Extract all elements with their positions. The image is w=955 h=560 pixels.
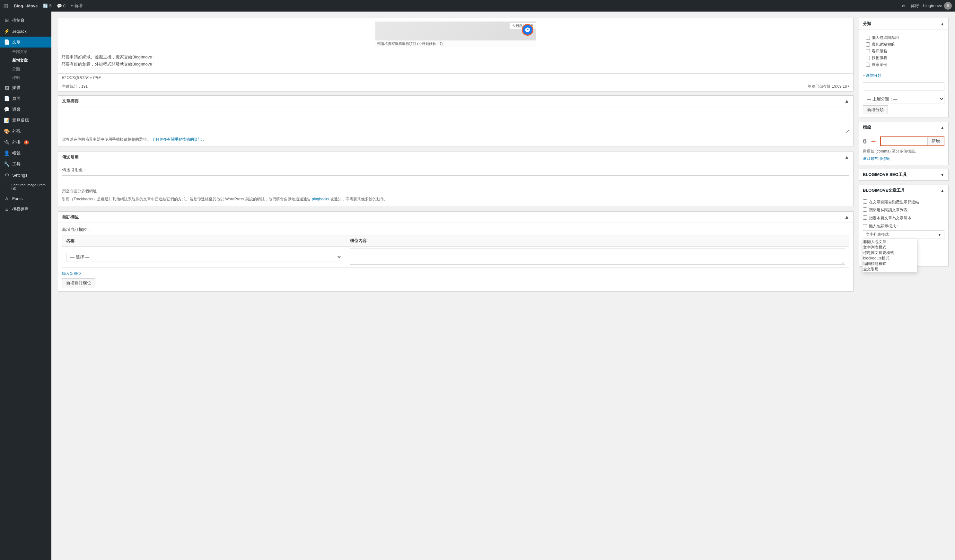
site-name[interactable]: Blog-i-Move xyxy=(14,3,38,8)
custom-fields-header[interactable]: 自訂欄位 ▲ xyxy=(58,211,853,223)
sidebar-item-featured-image[interactable]: Featured Image From URL xyxy=(0,180,52,193)
message-icon[interactable]: ✉ xyxy=(902,3,906,8)
submenu-new-post[interactable]: 新增文章 xyxy=(0,56,52,65)
sidebar-item-appearance[interactable]: 🎨 外觀 xyxy=(0,126,52,137)
trackback-info: 引用（Trackbacks）是種通知其他網誌系統你的文章中已連結它們的方式。若是… xyxy=(62,197,849,202)
dropdown-item-headingimg[interactable]: 標題圖文摘要模式 xyxy=(863,250,917,256)
post-preview-image: 今日熱門文章 部落格搬家服務服務項目 (今日剩餘數：7) xyxy=(376,22,536,47)
list-item: 在文章開頭自動產生章節連結 xyxy=(863,199,944,205)
cat-checkbox-tech[interactable] xyxy=(866,56,870,60)
dropdown-item-blockquote[interactable]: blockqoute模式 xyxy=(863,256,917,261)
dropdown-item-nolazy[interactable]: 非懶人包文章 xyxy=(863,239,917,245)
submenu-categories[interactable]: 分類 xyxy=(0,65,52,74)
excerpt-learn-more-link[interactable]: 了解更多有關手動摘錄的資訊 xyxy=(152,137,202,142)
cat-checkbox-lazy-advanced[interactable] xyxy=(866,36,870,40)
blogimove-seo-header[interactable]: BLOGIMOVE SEO工具 ▼ xyxy=(859,169,948,180)
trackback-url-input[interactable] xyxy=(62,175,849,184)
main-editor-column: 今日熱門文章 部落格搬家服務服務項目 (今日剩餘數：7) 只要申請好網域、虛擬主… xyxy=(58,18,853,297)
lazy-pack-dropdown-wrapper: 文字列表模式 ▼ 非懶人包文章 文字列表模式 標題圖文摘要模式 blockqou… xyxy=(863,230,944,239)
trackbacks-metabox-body: 傳送引用至： 用空白區分多個網址 引用（Trackbacks）是種通知其他網誌系… xyxy=(58,163,853,206)
tool-checkbox-template[interactable] xyxy=(863,216,867,220)
custom-field-value-input[interactable] xyxy=(350,249,845,264)
custom-fields-metabox: 自訂欄位 ▲ 新增自訂欄位： 名稱 欄位內容 xyxy=(58,211,853,292)
parent-category-select[interactable]: — 上層分類：— xyxy=(863,95,944,103)
trackbacks-toggle-icon[interactable]: ▲ xyxy=(844,155,849,160)
annotation-6-number: 6 xyxy=(863,137,867,145)
howdy-text: 你好，blogimove B xyxy=(911,2,952,9)
categories-list: 懶人包進階應用 優化網站領航 客戶服務 xyxy=(863,33,944,71)
submenu-all-posts[interactable]: 全部文章 xyxy=(0,47,52,56)
choose-common-tags-link[interactable]: 選取最常用標籤 xyxy=(863,156,944,161)
avatar: B xyxy=(944,2,952,9)
sidebar-item-fonts[interactable]: A Fonts xyxy=(0,193,52,204)
sidebar-item-tools[interactable]: 🔧 工具 xyxy=(0,159,52,169)
add-tag-button[interactable]: 新增 xyxy=(927,137,944,145)
chat-icon xyxy=(522,24,533,36)
admin-sidebar: ⊞ 控制台 ⚡ Jetpack 📄 文章 全部文章 新增文章 分類 標籤 🖼 媒… xyxy=(0,12,52,560)
categories-title: 分類 xyxy=(863,21,871,27)
custom-fields-toggle-icon[interactable]: ▲ xyxy=(844,214,849,220)
sidebar-item-plugins[interactable]: 🔌 外掛 4 xyxy=(0,137,52,148)
appearance-icon: 🎨 xyxy=(4,128,9,134)
add-category-link[interactable]: + 新增分類 xyxy=(863,73,944,78)
side-column: 分類 ▲ 懶人包進階應用 優化網站領航 xyxy=(859,18,949,297)
cat-checkbox-optimize[interactable] xyxy=(866,42,870,47)
comments-link[interactable]: 💬 0 xyxy=(57,3,66,8)
sendtrack-label: 傳送引用至： xyxy=(62,167,849,173)
custom-field-select[interactable]: — 選擇 — xyxy=(66,253,342,261)
tags-panel-header[interactable]: 標籤 ▲ xyxy=(859,122,948,133)
trackbacks-title: 傳送引用 xyxy=(62,155,79,160)
dropdown-item-thumb[interactable]: 縮圖標題模式 xyxy=(863,261,917,266)
tags-input[interactable]: blogimove簽名檔 xyxy=(881,137,927,145)
sidebar-item-jetpack[interactable]: ⚡ Jetpack xyxy=(0,26,52,37)
dropdown-item-textlist[interactable]: 文字列表模式 xyxy=(863,245,917,250)
add-category-button[interactable]: 新增分類 xyxy=(863,105,888,114)
trackbacks-metabox-header[interactable]: 傳送引用 ▲ xyxy=(58,152,853,163)
autosave-status: 草稿已儲存於 19:09:18 • xyxy=(808,84,849,89)
categories-panel: 分類 ▲ 懶人包進階應用 優化網站領航 xyxy=(859,18,949,118)
col-value-header: 欄位內容 xyxy=(346,235,849,247)
list-item: 指定本篇文章為文章範本 xyxy=(863,216,944,221)
plugins-icon: 🔌 xyxy=(4,139,9,145)
cat-checkbox-client[interactable] xyxy=(866,49,870,53)
blogimove-tools-toggle-icon[interactable]: ▲ xyxy=(940,188,944,193)
main-content: 今日熱門文章 部落格搬家服務服務項目 (今日剩餘數：7) 只要申請好網域、虛擬主… xyxy=(52,12,955,560)
sidebar-item-media[interactable]: 🖼 媒體 xyxy=(0,82,52,93)
blogimove-seo-toggle-icon[interactable]: ▼ xyxy=(940,172,944,177)
tool-checkbox-readmore[interactable] xyxy=(863,207,867,211)
updates-link[interactable]: 🔄 5 xyxy=(43,3,52,8)
sidebar-item-account[interactable]: 👤 帳號 xyxy=(0,148,52,159)
new-post-link[interactable]: + 新增 xyxy=(70,3,83,9)
cat-checkbox-move[interactable] xyxy=(866,63,870,67)
blogimove-tools-header[interactable]: BLOGIMOVE文章工具 ▲ xyxy=(859,185,948,196)
add-new-field-link[interactable]: 輸入新欄位 xyxy=(62,271,849,277)
tags-toggle-icon[interactable]: ▲ xyxy=(940,125,944,130)
trackback-spacer-desc: 用空白區分多個網址 xyxy=(62,188,849,194)
sidebar-item-pages[interactable]: 📄 頁面 xyxy=(0,93,52,104)
categories-body: 懶人包進階應用 優化網站領航 客戶服務 xyxy=(859,30,948,117)
tool-checkbox-toc[interactable] xyxy=(863,199,867,203)
sidebar-item-posts[interactable]: 📄 文章 xyxy=(0,37,52,47)
word-count: 字數統計：191 xyxy=(62,84,88,89)
sidebar-item-settings[interactable]: ⚙ Settings xyxy=(0,169,52,180)
excerpt-metabox-header[interactable]: 文章摘要 ▲ xyxy=(58,96,853,107)
excerpt-toggle-icon[interactable]: ▲ xyxy=(844,98,849,104)
status-bar: 字數統計：191 草稿已儲存於 19:09:18 • xyxy=(58,82,853,92)
lazy-pack-checkbox[interactable] xyxy=(863,224,867,228)
dropdown-item-fullquote[interactable]: 全文引用 xyxy=(863,266,917,272)
plugins-badge: 4 xyxy=(24,140,29,144)
categories-toggle-icon[interactable]: ▲ xyxy=(940,22,944,26)
admin-bar: ⊞ Blog-i-Move 🔄 5 💬 0 + 新增 ✉ 你好，blogimov… xyxy=(0,0,955,12)
add-custom-field-button[interactable]: 新增自訂欄位 xyxy=(62,278,96,287)
submenu-tags[interactable]: 標籤 xyxy=(0,74,52,82)
lazy-pack-current-value[interactable]: 文字列表模式 ▼ xyxy=(863,230,944,239)
pingbacks-link[interactable]: pingbacks xyxy=(312,197,329,201)
categories-panel-header[interactable]: 分類 ▲ xyxy=(859,18,948,30)
sidebar-item-collapse[interactable]: ≡ 摺疊選單 xyxy=(0,204,52,215)
sidebar-item-comments[interactable]: 💬 迴響 xyxy=(0,104,52,115)
sidebar-item-feedback[interactable]: 📝 意見反應 xyxy=(0,115,52,126)
sidebar-item-dashboard[interactable]: ⊞ 控制台 xyxy=(0,15,52,26)
new-category-input[interactable] xyxy=(863,82,944,91)
excerpt-textarea[interactable] xyxy=(62,111,849,133)
excerpt-title: 文章摘要 xyxy=(62,98,79,104)
